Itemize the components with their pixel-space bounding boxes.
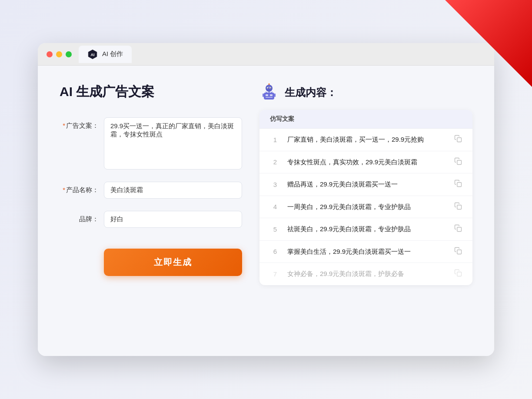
brand-label: 品牌： — [60, 211, 99, 223]
ad-copy-group: *广告文案： 29.9买一送一，真正的厂家直销，美白淡斑霜，专抹女性斑点 — [60, 117, 242, 170]
close-button[interactable] — [47, 51, 53, 57]
copy-icon[interactable] — [454, 202, 462, 212]
result-row: 5祛斑美白，29.9元美白淡斑霜，专业护肤品 — [259, 218, 472, 241]
result-row: 6掌握美白生活，29.9元美白淡斑霜买一送一 — [259, 241, 472, 263]
result-row: 4一周美白，29.9元美白淡斑霜，专业护肤品 — [259, 196, 472, 219]
brand-group: 品牌： 好白 — [60, 211, 242, 228]
maximize-button[interactable] — [66, 51, 72, 57]
minimize-button[interactable] — [56, 51, 62, 57]
row-number: 1 — [270, 136, 280, 143]
content-area: AI 生成广告文案 *广告文案： 29.9买一送一，真正的厂家直销，美白淡斑霜，… — [38, 66, 494, 356]
svg-point-9 — [269, 83, 270, 85]
row-text: 祛斑美白，29.9元美白淡斑霜，专业护肤品 — [287, 224, 447, 234]
results-header: 生成内容： — [259, 83, 472, 102]
svg-rect-14 — [263, 93, 264, 97]
svg-rect-7 — [268, 86, 270, 87]
ai-tab-icon: AI — [87, 49, 98, 60]
svg-rect-17 — [457, 138, 462, 142]
row-text: 掌握美白生活，29.9元美白淡斑霜买一送一 — [287, 247, 447, 257]
row-number: 6 — [270, 248, 280, 255]
product-name-group: *产品名称： 美白淡斑霜 — [60, 182, 242, 199]
robot-icon — [259, 83, 279, 102]
svg-rect-19 — [457, 183, 462, 187]
copy-icon[interactable] — [454, 247, 462, 256]
row-number: 4 — [270, 203, 280, 210]
brand-input[interactable]: 好白 — [104, 211, 242, 228]
svg-rect-13 — [266, 97, 273, 98]
svg-point-2 — [266, 85, 273, 92]
traffic-lights — [47, 51, 72, 57]
row-text: 女神必备，29.9元美白淡斑霜，护肤必备 — [287, 269, 447, 279]
svg-rect-21 — [457, 227, 462, 232]
copy-icon[interactable] — [454, 157, 462, 167]
ad-copy-input[interactable]: 29.9买一送一，真正的厂家直销，美白淡斑霜，专抹女性斑点 — [104, 117, 242, 170]
row-number: 5 — [270, 226, 280, 233]
titlebar: AI AI 创作 — [38, 43, 494, 66]
row-number: 2 — [270, 158, 280, 166]
result-row: 2专抹女性斑点，真实功效，29.9元美白淡斑霜 — [259, 151, 472, 174]
svg-rect-20 — [457, 205, 462, 209]
row-text: 厂家直销，美白淡斑霜，买一送一，29.9元抢购 — [287, 135, 447, 145]
tab-label: AI 创作 — [102, 50, 123, 58]
right-panel: 生成内容： 仿写文案 1厂家直销，美白淡斑霜，买一送一，29.9元抢购2专抹女性… — [259, 83, 472, 339]
result-row: 3赠品再送，29.9元美白淡斑霜买一送一 — [259, 173, 472, 196]
copy-icon[interactable] — [454, 180, 462, 189]
generate-button[interactable]: 立即生成 — [104, 249, 242, 276]
svg-rect-11 — [266, 94, 268, 96]
row-text: 赠品再送，29.9元美白淡斑霜买一送一 — [287, 180, 447, 190]
browser-window: AI AI 创作 AI 生成广告文案 *广告文案： 29.9买一送一，真正的厂家… — [38, 43, 494, 356]
product-name-label: *产品名称： — [60, 182, 99, 194]
svg-rect-15 — [274, 93, 276, 97]
svg-rect-23 — [457, 272, 462, 276]
ai-tab[interactable]: AI AI 创作 — [79, 46, 132, 63]
result-row: 7女神必备，29.9元美白淡斑霜，护肤必备 — [259, 263, 472, 285]
page-title: AI 生成广告文案 — [60, 83, 242, 101]
results-title: 生成内容： — [285, 86, 337, 100]
svg-rect-22 — [457, 250, 462, 254]
svg-point-6 — [270, 88, 271, 89]
product-name-required-star: * — [63, 186, 65, 193]
left-panel: AI 生成广告文案 *广告文案： 29.9买一送一，真正的厂家直销，美白淡斑霜，… — [60, 83, 242, 339]
ad-copy-label: *广告文案： — [60, 117, 99, 130]
product-name-input[interactable]: 美白淡斑霜 — [104, 182, 242, 199]
row-number: 7 — [270, 270, 280, 278]
results-card: 仿写文案 1厂家直销，美白淡斑霜，买一送一，29.9元抢购2专抹女性斑点，真实功… — [259, 110, 472, 285]
svg-rect-10 — [264, 93, 274, 100]
svg-text:AI: AI — [91, 52, 95, 57]
svg-point-5 — [268, 88, 269, 89]
results-column-header: 仿写文案 — [259, 110, 472, 129]
svg-rect-18 — [457, 160, 462, 165]
results-list: 1厂家直销，美白淡斑霜，买一送一，29.9元抢购2专抹女性斑点，真实功效，29.… — [259, 129, 472, 285]
row-number: 3 — [270, 181, 280, 188]
row-text: 一周美白，29.9元美白淡斑霜，专业护肤品 — [287, 202, 447, 212]
copy-icon[interactable] — [454, 269, 462, 279]
result-row: 1厂家直销，美白淡斑霜，买一送一，29.9元抢购 — [259, 129, 472, 151]
svg-rect-12 — [270, 94, 273, 96]
ad-copy-required-star: * — [63, 122, 65, 129]
copy-icon[interactable] — [454, 135, 462, 144]
copy-icon[interactable] — [454, 224, 462, 234]
row-text: 专抹女性斑点，真实功效，29.9元美白淡斑霜 — [287, 157, 447, 167]
